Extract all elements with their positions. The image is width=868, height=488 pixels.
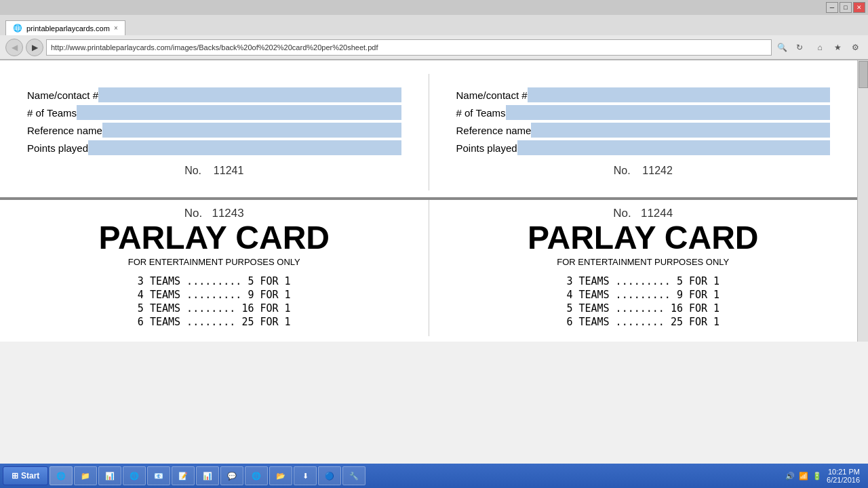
clock-time: 10:21 PM xyxy=(827,468,860,476)
taskbar-item-6[interactable]: 📊 xyxy=(196,466,219,485)
parlay-number-left: No. 11243 xyxy=(14,207,415,220)
parlay-subtitle-right: FOR ENTERTAINMENT PURPOSES ONLY xyxy=(443,257,844,267)
address-bar[interactable]: http://www.printableparlaycards.com/imag… xyxy=(46,39,772,56)
start-button[interactable]: ⊞ Start xyxy=(3,466,48,485)
top-right-card: Name/contact # # of Teams Reference name… xyxy=(429,74,858,190)
name-contact-row-right: Name/contact # xyxy=(456,87,831,102)
taskbar-item-1[interactable]: 📁 xyxy=(74,466,97,485)
tab-close-button[interactable]: × xyxy=(114,24,118,32)
reference-field-left xyxy=(102,123,401,138)
points-field-right xyxy=(517,140,830,155)
name-contact-field-left xyxy=(98,87,401,102)
card-number-right: No. 11242 xyxy=(456,165,831,177)
payout-row-right-1: 4 TEAMS ......... 9 FOR 1 xyxy=(443,289,844,301)
payout-row-right-3: 6 TEAMS ........ 25 FOR 1 xyxy=(443,316,844,328)
points-row-right: Points played xyxy=(456,140,831,155)
taskbar-icon-9: 📂 xyxy=(275,470,286,481)
search-icon[interactable]: 🔍 xyxy=(774,40,789,55)
tab-label: printableparlaycards.com xyxy=(26,24,110,33)
taskbar-item-9[interactable]: 📂 xyxy=(269,466,292,485)
teams-row-left: # of Teams xyxy=(27,105,401,120)
maximize-button[interactable]: □ xyxy=(840,2,852,13)
parlay-subtitle-left: FOR ENTERTAINMENT PURPOSES ONLY xyxy=(14,257,415,267)
card-number-value-left: 11241 xyxy=(214,165,244,176)
teams-label-left: # of Teams xyxy=(27,107,77,119)
settings-icon[interactable]: ⚙ xyxy=(848,40,863,55)
taskbar-icon-8: 🌐 xyxy=(251,470,262,481)
teams-field-right xyxy=(506,105,830,120)
taskbar-icon-3: 🌐 xyxy=(129,470,140,481)
taskbar-item-7[interactable]: 💬 xyxy=(220,466,243,485)
taskbar-item-0[interactable]: 🌐 xyxy=(50,466,73,485)
favorites-icon[interactable]: ★ xyxy=(830,40,845,55)
name-contact-field-right xyxy=(528,87,830,102)
taskbar-icon-2: 📊 xyxy=(104,470,115,481)
payout-table-left: 3 TEAMS ......... 5 FOR 1 4 TEAMS ......… xyxy=(14,275,415,328)
payout-row-left-3: 6 TEAMS ........ 25 FOR 1 xyxy=(14,316,415,328)
pdf-viewport: Name/contact # # of Teams Reference name… xyxy=(0,60,868,342)
top-left-card: Name/contact # # of Teams Reference name… xyxy=(0,74,429,190)
teams-label-right: # of Teams xyxy=(456,107,506,119)
card-number-value-right: 11242 xyxy=(642,165,673,176)
taskbar-icon-5: 📝 xyxy=(178,470,189,481)
taskbar-item-5[interactable]: 📝 xyxy=(172,466,195,485)
reference-field-right xyxy=(531,123,830,138)
payout-row-left-0: 3 TEAMS ......... 5 FOR 1 xyxy=(14,275,415,287)
taskbar-icon-0: 🌐 xyxy=(56,470,66,481)
taskbar-item-2[interactable]: 📊 xyxy=(98,466,121,485)
points-label-left: Points played xyxy=(27,142,88,154)
payout-row-right-2: 5 TEAMS ........ 16 FOR 1 xyxy=(443,302,844,314)
reference-row-right: Reference name xyxy=(456,123,831,138)
no-label-right: No. xyxy=(614,165,631,176)
refresh-icon[interactable]: ↻ xyxy=(792,40,807,55)
taskbar-item-12[interactable]: 🔧 xyxy=(342,466,366,485)
teams-row-right: # of Teams xyxy=(456,105,831,120)
name-contact-row-left: Name/contact # xyxy=(27,87,401,102)
payout-row-left-1: 4 TEAMS ......... 9 FOR 1 xyxy=(14,289,415,301)
tab-bar: 🌐 printableparlaycards.com × xyxy=(0,15,868,35)
tray-icons: 🔊 📶 🔋 xyxy=(785,470,823,481)
parlay-title-left: PARLAY CARD xyxy=(14,222,415,254)
home-icon[interactable]: ⌂ xyxy=(812,40,827,55)
url-text: http://www.printableparlaycards.com/imag… xyxy=(51,43,378,52)
nav-bar: ◀ ▶ http://www.printableparlaycards.com/… xyxy=(0,35,868,60)
name-contact-label-right: Name/contact # xyxy=(456,89,528,101)
taskbar-item-3[interactable]: 🌐 xyxy=(123,466,146,485)
network-icon[interactable]: 📶 xyxy=(798,470,809,481)
taskbar-item-4[interactable]: 📧 xyxy=(147,466,170,485)
taskbar-icon-1: 📁 xyxy=(80,470,91,481)
teams-field-left xyxy=(77,105,401,120)
name-contact-label-left: Name/contact # xyxy=(27,89,98,101)
scrollbar-thumb[interactable] xyxy=(859,61,868,88)
tab-icon: 🌐 xyxy=(13,24,22,33)
volume-icon[interactable]: 🔊 xyxy=(785,470,795,481)
taskbar-item-8[interactable]: 🌐 xyxy=(245,466,268,485)
card-number-left: No. 11241 xyxy=(27,165,401,177)
pdf-page: Name/contact # # of Teams Reference name… xyxy=(0,60,857,342)
points-label-right: Points played xyxy=(456,142,517,154)
taskbar-item-11[interactable]: 🔵 xyxy=(318,466,341,485)
forward-button[interactable]: ▶ xyxy=(26,39,43,56)
reference-label-right: Reference name xyxy=(456,125,532,136)
points-row-left: Points played xyxy=(27,140,401,155)
scrollbar-track[interactable] xyxy=(857,60,868,342)
clock-date: 6/21/2016 xyxy=(827,476,860,484)
minimize-button[interactable]: ─ xyxy=(826,2,838,13)
close-button[interactable]: ✕ xyxy=(853,2,865,13)
battery-icon[interactable]: 🔋 xyxy=(812,470,823,481)
payout-row-right-0: 3 TEAMS ......... 5 FOR 1 xyxy=(443,275,844,287)
taskbar: ⊞ Start 🌐 📁 📊 🌐 📧 📝 📊 💬 🌐 xyxy=(0,464,868,488)
back-button[interactable]: ◀ xyxy=(5,39,23,56)
taskbar-items: 🌐 📁 📊 🌐 📧 📝 📊 💬 🌐 📂 ⬇ xyxy=(50,466,783,485)
taskbar-icon-11: 🔵 xyxy=(324,470,335,481)
taskbar-icon-7: 💬 xyxy=(226,470,237,481)
top-section: Name/contact # # of Teams Reference name… xyxy=(0,60,857,199)
taskbar-item-10[interactable]: ⬇ xyxy=(294,466,317,485)
browser-tab[interactable]: 🌐 printableparlaycards.com × xyxy=(5,20,125,35)
title-bar: ─ □ ✕ xyxy=(0,0,868,15)
taskbar-icon-4: 📧 xyxy=(153,470,164,481)
taskbar-icon-10: ⬇ xyxy=(300,470,311,481)
taskbar-icon-6: 📊 xyxy=(202,470,213,481)
points-field-left xyxy=(88,140,401,155)
parlay-number-right: No. 11244 xyxy=(443,207,844,220)
